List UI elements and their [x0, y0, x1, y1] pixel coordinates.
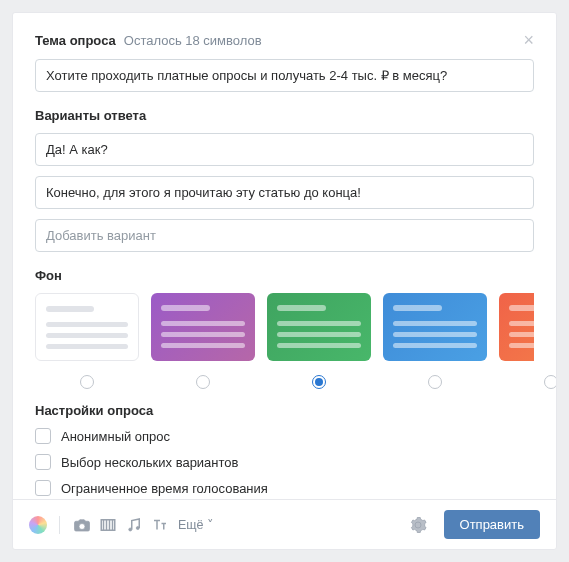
video-icon[interactable]	[98, 515, 118, 535]
bg-radio-blue[interactable]	[428, 375, 442, 389]
checkbox-limited-time[interactable]	[35, 480, 51, 496]
checkbox-anonymous[interactable]	[35, 428, 51, 444]
checkbox-multiple[interactable]	[35, 454, 51, 470]
music-icon[interactable]	[124, 515, 144, 535]
bg-thumb-green[interactable]	[267, 293, 371, 361]
topic-input[interactable]	[35, 59, 534, 92]
bg-radio-green[interactable]	[312, 375, 326, 389]
poll-editor-content: Тема опроса Осталось 18 символов × Вариа…	[13, 13, 556, 499]
close-icon[interactable]: ×	[523, 31, 534, 49]
bg-thumb-white[interactable]	[35, 293, 139, 361]
background-radios	[35, 371, 534, 397]
checkbox-limited-time-label: Ограниченное время голосования	[61, 481, 268, 496]
bg-radio-purple[interactable]	[196, 375, 210, 389]
camera-icon[interactable]	[72, 515, 92, 535]
option-input-1[interactable]	[35, 133, 534, 166]
bg-thumb-purple[interactable]	[151, 293, 255, 361]
bg-radio-white[interactable]	[80, 375, 94, 389]
chevron-down-icon: ˅	[207, 518, 214, 532]
bg-radio-orange[interactable]	[544, 375, 556, 389]
background-label: Фон	[35, 268, 534, 283]
bg-thumb-blue[interactable]	[383, 293, 487, 361]
bg-thumb-orange[interactable]	[499, 293, 534, 361]
poll-editor-card: Тема опроса Осталось 18 символов × Вариа…	[12, 12, 557, 550]
background-thumbnails	[35, 293, 534, 361]
divider	[59, 516, 60, 534]
text-formatting-icon[interactable]	[150, 515, 170, 535]
more-label-text: Ещё	[178, 518, 204, 532]
topic-remaining: Осталось 18 символов	[124, 33, 262, 48]
settings-label: Настройки опроса	[35, 403, 534, 418]
palette-icon[interactable]	[29, 516, 47, 534]
gear-icon[interactable]	[408, 515, 428, 535]
checkbox-anonymous-label: Анонимный опрос	[61, 429, 170, 444]
svg-point-1	[136, 526, 139, 529]
option-add-input[interactable]	[35, 219, 534, 252]
checkbox-multiple-label: Выбор нескольких вариантов	[61, 455, 238, 470]
send-button[interactable]: Отправить	[444, 510, 540, 539]
option-input-2[interactable]	[35, 176, 534, 209]
options-label: Варианты ответа	[35, 108, 534, 123]
svg-point-0	[129, 528, 132, 531]
topic-label: Тема опроса	[35, 33, 116, 48]
more-button[interactable]: Ещё ˅	[178, 517, 214, 532]
composer-footer: Ещё ˅ Отправить	[13, 499, 556, 549]
